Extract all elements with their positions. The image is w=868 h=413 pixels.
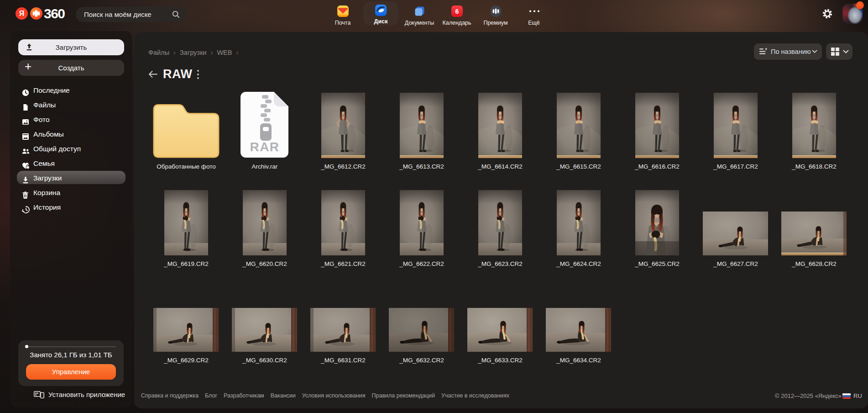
svg-text:6: 6 [455, 8, 459, 15]
